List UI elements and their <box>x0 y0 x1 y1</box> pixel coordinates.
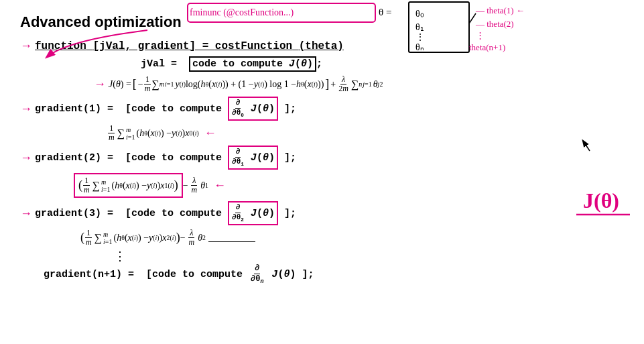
gradientn-code: gradient(n+1) = [code to compute ∂ ∂θn J… <box>44 264 314 285</box>
gradient2-formula: ( 1 m ∑ m i=1 (hθ(x(i)) − y(i))x1(i) ) −… <box>74 173 624 198</box>
jval-formula: → J(θ) = [ − 1 m ∑ m i=1 y(i) log(hθ(x(i… <box>94 75 624 93</box>
gradient1-line: → gradient(1) = [code to compute ∂ ∂θ0 J… <box>20 97 624 121</box>
arrow-g2: → <box>20 151 32 165</box>
arrow-left-2: ← <box>214 178 226 192</box>
gradient2-code: gradient(2) = [code to compute ∂ ∂θ1 J(θ… <box>35 146 296 170</box>
arrow-left-1: ← <box>204 126 216 140</box>
gradient1-formula: 1 m ∑ m i=1 (hθ(x(i)) − y(i))x0(i) ← <box>107 124 624 142</box>
gradient2-line: → gradient(2) = [code to compute ∂ ∂θ1 J… <box>20 146 624 170</box>
arrow-g1: → <box>20 102 32 116</box>
function-line: → function [jVal, gradient] = costFuncti… <box>20 39 624 53</box>
frac-g1: 1 m <box>107 124 116 142</box>
gradient2-box: ( 1 m ∑ m i=1 (hθ(x(i)) − y(i))x1(i) ) <box>74 173 183 198</box>
frac-g3: 1 m <box>84 229 93 247</box>
frac-lambda-g3: λ m <box>188 229 196 247</box>
frac-g2: 1 m <box>82 176 91 194</box>
jval-line: jVal = code to compute J(θ) ; <box>74 56 624 72</box>
gradient3-line: → gradient(3) = [code to compute ∂ ∂θ2 J… <box>20 201 624 225</box>
gradient1-code: gradient(1) = [code to compute ∂ ∂θ0 J(θ… <box>35 97 296 121</box>
dots-line: ⋮ <box>114 250 624 262</box>
function-code: function [jVal, gradient] = costFunction… <box>35 40 344 52</box>
main-content: Advanced optimization → function [jVal, … <box>0 0 644 344</box>
frac-1m: 1 m <box>143 75 152 93</box>
page-title: Advanced optimization <box>20 13 624 31</box>
arrow-1: → <box>20 39 32 53</box>
frac-lambda-g2: λ m <box>190 176 199 194</box>
arrow-g3: → <box>20 207 32 221</box>
gradient3-formula: ( 1 m ∑ m i=1 (hθ(x(i)) − y(i))x2(i) ) −… <box>80 229 624 247</box>
gradient3-code: gradient(3) = [code to compute ∂ ∂θ2 J(θ… <box>35 201 296 225</box>
frac-lambda: λ 2m <box>337 75 350 93</box>
jval-code: jVal = code to compute J(θ) ; <box>141 56 322 72</box>
gradientn-line: gradient(n+1) = [code to compute ∂ ∂θn J… <box>20 264 624 285</box>
arrow-formula: → <box>94 77 106 91</box>
